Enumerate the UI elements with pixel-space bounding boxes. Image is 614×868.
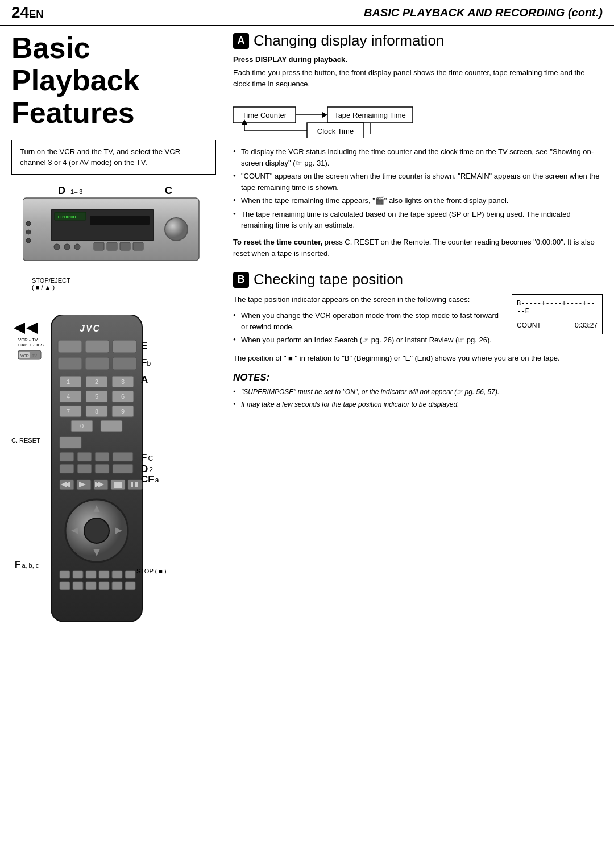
rewind-icon (11, 320, 43, 337)
svg-rect-36 (60, 391, 81, 402)
svg-rect-71 (131, 482, 133, 487)
svg-text:5: 5 (95, 393, 98, 400)
section-b-title: B Checking tape position (233, 271, 603, 288)
note-2: It may take a few seconds for the tape p… (233, 399, 603, 410)
svg-text:4: 4 (67, 393, 70, 400)
remote-diagram: VCR • TV CABLE/DBS VCR TV (11, 303, 205, 633)
svg-rect-50 (101, 420, 122, 432)
svg-text:Tape Remaining Time: Tape Remaining Time (334, 111, 406, 119)
svg-text:Time Counter: Time Counter (242, 111, 287, 119)
tape-bullet-1: When you change the VCR operation mode f… (233, 310, 504, 332)
svg-text:2: 2 (95, 378, 98, 385)
svg-rect-83 (112, 571, 122, 578)
remote-stop-label: STOP ( ■ ) (136, 568, 167, 574)
svg-text:0: 0 (80, 423, 84, 429)
tape-position-row: The tape position indicator appears on t… (233, 294, 603, 348)
svg-rect-52 (60, 452, 74, 461)
vcr-stop-eject-label: STOP/EJECT ( ■ / ▲ ) (32, 277, 70, 291)
svg-text:VCR: VCR (20, 354, 29, 358)
svg-text:8: 8 (95, 408, 98, 415)
section-a-title: A Changing display information (233, 32, 603, 49)
bullet-1: To display the VCR status including the … (233, 146, 603, 168)
section-a-bullets: To display the VCR status including the … (233, 146, 603, 231)
notes-list: "SUPERIMPOSE" must be set to "ON", or th… (233, 387, 603, 410)
remote-label-CF-big: CFa (141, 474, 159, 485)
svg-point-13 (26, 221, 31, 226)
tape-bullets: When you change the VCR operation mode f… (233, 310, 504, 346)
svg-rect-4 (90, 216, 150, 225)
svg-marker-94 (322, 112, 327, 118)
svg-point-14 (26, 230, 31, 234)
svg-text:6: 6 (121, 393, 125, 400)
tape-count-row: COUNT 0:33:27 (517, 319, 598, 329)
reset-text: To reset the time counter, press C. RESE… (233, 237, 603, 259)
svg-rect-10 (120, 242, 130, 250)
remote-label-F-c: FC (141, 452, 153, 464)
svg-rect-84 (125, 571, 135, 578)
tape-bar-line: B-----+----+----+----E (517, 299, 598, 315)
tape-position-text: The tape position indicator appears on t… (233, 294, 504, 348)
svg-text:TV: TV (32, 354, 37, 358)
remote-svg: JVC 1 2 3 4 5 (40, 315, 199, 633)
svg-rect-25 (85, 340, 109, 353)
svg-text:00:00:00: 00:00:00 (58, 214, 76, 220)
svg-rect-8 (94, 242, 104, 250)
svg-text:9: 9 (121, 408, 125, 415)
section-a: A Changing display information Press DIS… (233, 32, 603, 259)
svg-rect-54 (95, 452, 109, 461)
svg-rect-85 (60, 582, 70, 590)
remote-label-F-top: Fb (141, 357, 151, 369)
svg-rect-82 (99, 571, 109, 578)
svg-rect-80 (73, 571, 83, 578)
remote-label-F-abc: Fa, b, c (15, 559, 39, 571)
note-1: "SUPERIMPOSE" must be set to "ON", or th… (233, 387, 603, 398)
remote-label-D2: D2 (141, 464, 153, 475)
svg-rect-79 (60, 571, 70, 578)
page-title: Basic Playback Features (11, 32, 216, 130)
svg-rect-69 (114, 482, 122, 488)
svg-rect-81 (86, 571, 96, 578)
svg-text:7: 7 (67, 408, 70, 415)
svg-rect-29 (113, 357, 136, 370)
display-flow-diagram: Time Counter Tape Remaining Time Clock T… (233, 96, 603, 138)
svg-rect-9 (107, 242, 117, 250)
svg-rect-53 (77, 452, 92, 461)
svg-marker-17 (26, 323, 38, 334)
notes-title: NOTES: (233, 372, 603, 383)
svg-point-6 (64, 244, 70, 250)
svg-rect-58 (95, 464, 109, 473)
svg-rect-30 (60, 376, 81, 387)
svg-text:Clock Time: Clock Time (317, 127, 354, 135)
svg-rect-11 (133, 242, 143, 250)
section-a-heading: Changing display information (254, 32, 444, 49)
page-header: 24EN BASIC PLAYBACK AND RECORDING (cont.… (0, 0, 614, 26)
flow-svg: Time Counter Tape Remaining Time Clock T… (233, 96, 449, 138)
svg-marker-16 (14, 323, 25, 334)
svg-point-74 (84, 518, 109, 543)
svg-text:3: 3 (121, 378, 125, 385)
tape-indicator-box: B-----+----+----+----E COUNT 0:33:27 (512, 294, 603, 334)
vcr-diagram: D 1– 3 C 00:00:00 (11, 184, 205, 275)
position-text: The position of " ■ " in relation to "B"… (233, 353, 603, 364)
svg-text:1: 1 (67, 378, 70, 385)
page-number: 24EN (11, 3, 43, 22)
svg-rect-90 (125, 582, 135, 590)
vcr-info-box: Turn on the VCR and the TV, and select t… (11, 140, 216, 175)
bullet-2: "COUNT" appears on the screen when the t… (233, 171, 603, 193)
svg-rect-72 (135, 482, 138, 487)
svg-rect-70 (128, 480, 142, 490)
svg-point-15 (26, 238, 31, 243)
svg-point-12 (165, 218, 188, 241)
tape-bullet-2: When you perform an Index Search (☞ pg. … (233, 334, 504, 346)
section-a-badge: A (233, 33, 249, 49)
section-b-badge: B (233, 272, 249, 288)
section-b: B Checking tape position The tape positi… (233, 271, 603, 410)
svg-rect-57 (77, 464, 92, 473)
vcr-svg: 00:00:00 (23, 192, 205, 266)
svg-rect-88 (99, 582, 109, 590)
press-display-label: Press DISPLAY during playback. (233, 55, 603, 64)
svg-point-7 (74, 244, 80, 250)
bullet-4: The tape remaining time is calculated ba… (233, 209, 603, 231)
right-column: A Changing display information Press DIS… (227, 32, 603, 633)
svg-rect-55 (113, 452, 133, 461)
